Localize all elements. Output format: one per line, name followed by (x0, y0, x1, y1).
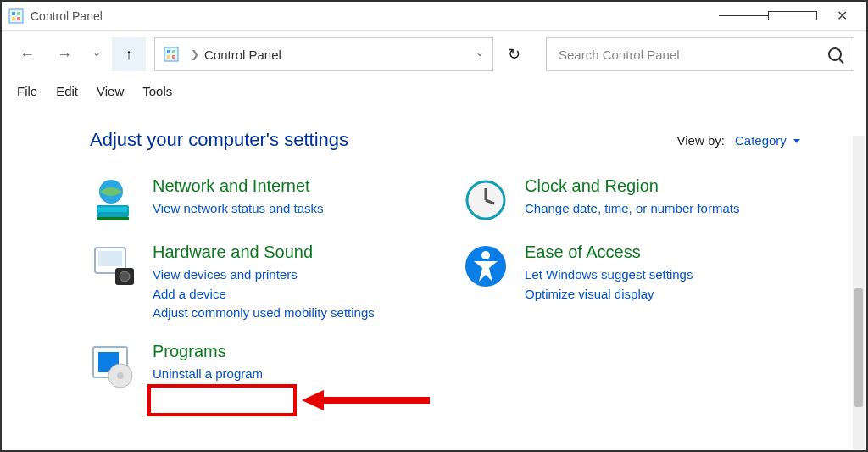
svg-rect-2 (17, 12, 20, 15)
menu-edit[interactable]: Edit (47, 82, 86, 100)
menu-bar: File Edit View Tools (2, 78, 866, 103)
arrow-up-icon (125, 46, 133, 64)
category-title-clock[interactable]: Clock and Region (525, 176, 659, 196)
svg-rect-9 (172, 55, 175, 59)
arrow-right-icon (57, 46, 72, 64)
menu-file[interactable]: File (8, 82, 46, 100)
link-uninstall-program[interactable]: Uninstall a program (153, 365, 263, 384)
scroll-thumb[interactable] (854, 288, 863, 407)
breadcrumb[interactable]: Control Panel (204, 47, 281, 62)
category-programs: Programs Uninstall a program (90, 342, 428, 389)
link-suggest-settings[interactable]: Let Windows suggest settings (525, 265, 693, 285)
search-input[interactable]: Search Control Panel (546, 37, 854, 71)
svg-rect-1 (12, 12, 15, 15)
svg-rect-3 (12, 17, 15, 20)
forward-button[interactable] (47, 37, 81, 71)
refresh-button[interactable] (497, 37, 531, 71)
svg-rect-6 (167, 50, 170, 53)
svg-rect-12 (98, 207, 127, 212)
category-title-network[interactable]: Network and Internet (153, 176, 310, 196)
link-add-device[interactable]: Add a device (153, 285, 375, 304)
clock-icon (462, 176, 509, 224)
hardware-icon (90, 243, 137, 290)
link-mobility-settings[interactable]: Adjust commonly used mobility settings (153, 304, 375, 323)
link-devices-printers[interactable]: View devices and printers (153, 265, 375, 285)
app-icon (8, 8, 24, 24)
arrow-left-icon (19, 46, 35, 64)
window-title: Control Panel (31, 9, 103, 23)
close-button[interactable]: ✕ (817, 2, 866, 30)
svg-rect-13 (97, 217, 129, 220)
refresh-icon (508, 45, 520, 64)
svg-rect-15 (98, 251, 122, 266)
svg-point-17 (120, 271, 130, 282)
category-ease: Ease of Access Let Windows suggest setti… (462, 243, 800, 304)
view-by-label: View by: (677, 133, 725, 148)
content-area: Adjust your computer's settings View by:… (2, 103, 851, 450)
minimize-button[interactable] (719, 2, 768, 30)
up-button[interactable] (112, 37, 146, 71)
svg-rect-4 (17, 17, 20, 20)
right-column: Clock and Region Change date, time, or n… (462, 176, 800, 393)
category-title-hardware[interactable]: Hardware and Sound (153, 243, 313, 262)
link-date-time-formats[interactable]: Change date, time, or number formats (525, 199, 739, 219)
content-header: Adjust your computer's settings View by:… (90, 129, 800, 151)
address-dropdown-icon[interactable] (476, 47, 484, 62)
maximize-button[interactable] (768, 2, 817, 30)
recent-dropdown[interactable] (85, 37, 108, 71)
page-heading: Adjust your computer's settings (90, 129, 348, 151)
category-clock: Clock and Region Change date, time, or n… (462, 176, 800, 224)
svg-point-21 (117, 372, 124, 379)
category-title-ease[interactable]: Ease of Access (525, 243, 641, 262)
window-controls: ✕ (719, 2, 866, 30)
category-title-programs[interactable]: Programs (153, 342, 226, 361)
programs-icon (90, 342, 137, 389)
category-network: Network and Internet View network status… (90, 176, 428, 224)
view-by-value[interactable]: Category (735, 133, 787, 148)
svg-rect-0 (9, 9, 23, 23)
svg-rect-7 (172, 50, 175, 53)
link-network-status[interactable]: View network status and tasks (153, 199, 324, 219)
ease-of-access-icon (462, 243, 509, 290)
category-hardware: Hardware and Sound View devices and prin… (90, 243, 428, 323)
category-columns: Network and Internet View network status… (90, 176, 800, 393)
back-button[interactable] (10, 37, 44, 71)
svg-rect-8 (167, 55, 170, 59)
link-optimize-display[interactable]: Optimize visual display (525, 285, 693, 304)
chevron-down-icon (92, 47, 101, 62)
menu-tools[interactable]: Tools (134, 82, 181, 100)
view-by-control[interactable]: View by: Category (677, 133, 800, 148)
vertical-scrollbar[interactable] (853, 136, 865, 449)
title-bar: Control Panel ✕ (2, 2, 866, 31)
search-placeholder: Search Control Panel (559, 47, 828, 62)
menu-view[interactable]: View (88, 82, 132, 100)
control-panel-icon (164, 47, 179, 62)
network-icon (90, 176, 137, 224)
breadcrumb-separator-icon: ❯ (191, 48, 199, 60)
dropdown-caret-icon (793, 139, 800, 143)
left-column: Network and Internet View network status… (90, 176, 428, 393)
search-icon (828, 47, 842, 61)
svg-rect-5 (164, 47, 178, 61)
nav-bar: ❯ Control Panel Search Control Panel (2, 31, 866, 78)
address-bar[interactable]: ❯ Control Panel (154, 37, 493, 71)
svg-point-26 (481, 251, 490, 259)
